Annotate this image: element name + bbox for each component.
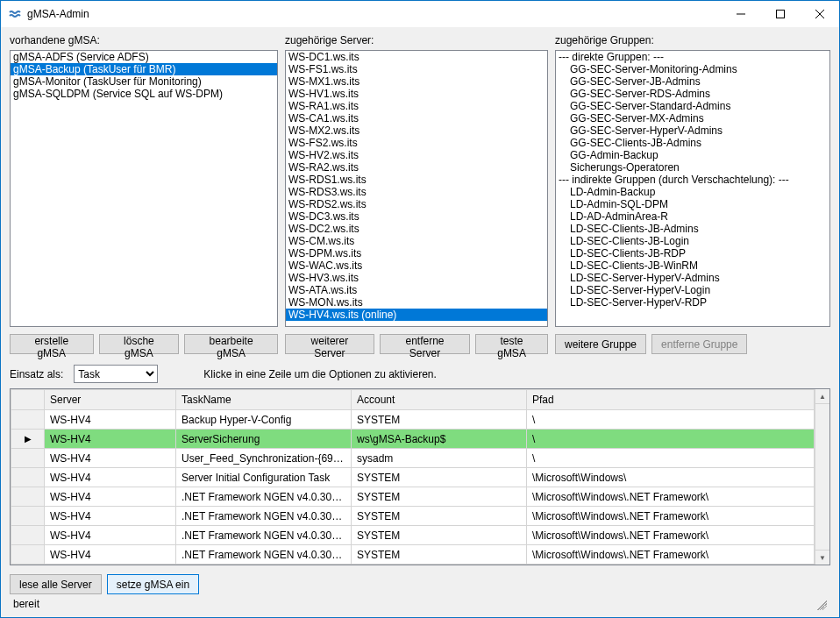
server-list-item[interactable]: WS-MX1.ws.its — [286, 75, 547, 88]
table-row[interactable]: WS-HV4.NET Framework NGEN v4.0.30319 C..… — [11, 545, 815, 565]
cell-task[interactable]: User_Feed_Synchronization-{69471FA... — [176, 449, 352, 468]
group-list-item[interactable]: LD-SEC-Clients-JB-Login — [556, 235, 829, 247]
group-list-item[interactable]: LD-SEC-Server-HyperV-Admins — [556, 272, 829, 284]
group-list-item[interactable]: GG-SEC-Server-Monitoring-Admins — [556, 63, 829, 75]
create-gmsa-button[interactable]: erstelle gMSA — [10, 334, 94, 354]
cell-path[interactable]: \ — [527, 430, 815, 449]
row-marker[interactable] — [11, 545, 45, 565]
table-row[interactable]: WS-HV4Server Initial Configuration TaskS… — [11, 468, 815, 487]
table-row[interactable]: WS-HV4.NET Framework NGEN v4.0.30319 64S… — [11, 507, 815, 526]
server-list-item[interactable]: WS-RDS3.ws.its — [286, 186, 547, 198]
cell-server[interactable]: WS-HV4 — [45, 449, 176, 468]
close-button[interactable] — [800, 1, 839, 27]
server-list-item[interactable]: WS-DPM.ws.its — [286, 247, 547, 259]
table-row[interactable]: ▶WS-HV4ServerSicherungws\gMSA-Backup$\ — [11, 430, 815, 449]
task-grid[interactable]: Server TaskName Account Pfad WS-HV4Backu… — [10, 388, 830, 565]
group-list-item[interactable]: GG-SEC-Server-JB-Admins — [556, 75, 829, 88]
server-list-item[interactable]: WS-HV1.ws.its — [286, 88, 547, 100]
server-list-item[interactable]: WS-DC1.ws.its — [286, 51, 547, 63]
col-path[interactable]: Pfad — [527, 390, 815, 410]
table-row[interactable]: WS-HV4Backup Hyper-V-ConfigSYSTEM\ — [11, 410, 815, 430]
scroll-up-icon[interactable]: ▲ — [815, 389, 829, 404]
group-list-item[interactable]: LD-SEC-Clients-JB-Admins — [556, 223, 829, 235]
group-list-item[interactable]: LD-SEC-Server-HyperV-RDP — [556, 296, 829, 309]
row-marker[interactable] — [11, 526, 45, 545]
col-server[interactable]: Server — [45, 390, 176, 410]
server-list-item[interactable]: WS-FS1.ws.its — [286, 63, 547, 75]
gmsa-list-item[interactable]: gMSA-ADFS (Service ADFS) — [11, 51, 277, 63]
cell-task[interactable]: .NET Framework NGEN v4.0.30319 6... — [176, 526, 352, 545]
cell-server[interactable]: WS-HV4 — [45, 507, 176, 526]
cell-path[interactable]: \Microsoft\Windows\.NET Framework\ — [527, 487, 815, 507]
group-list-item[interactable]: --- direkte Gruppen: --- — [556, 51, 829, 63]
cell-task[interactable]: .NET Framework NGEN v4.0.30319 C... — [176, 545, 352, 565]
server-list-item[interactable]: WS-RA2.ws.its — [286, 161, 547, 174]
group-list-item[interactable]: LD-Admin-Backup — [556, 186, 829, 198]
server-listbox[interactable]: WS-DC1.ws.itsWS-FS1.ws.itsWS-MX1.ws.itsW… — [285, 50, 548, 327]
minimize-button[interactable] — [721, 1, 760, 27]
cell-server[interactable]: WS-HV4 — [45, 487, 176, 507]
group-list-item[interactable]: LD-AD-AdminArea-R — [556, 210, 829, 223]
group-list-item[interactable]: --- indirekte Gruppen (durch Verschachte… — [556, 174, 829, 186]
server-list-item[interactable]: WS-ATA.ws.its — [286, 284, 547, 296]
maximize-button[interactable] — [760, 1, 800, 27]
server-list-item[interactable]: WS-MON.ws.its — [286, 296, 547, 309]
group-list-item[interactable]: GG-Admin-Backup — [556, 149, 829, 161]
server-list-item[interactable]: WS-HV3.ws.its — [286, 272, 547, 284]
row-marker[interactable] — [11, 410, 45, 430]
table-row[interactable]: WS-HV4.NET Framework NGEN v4.0.30319 6..… — [11, 526, 815, 545]
server-list-item[interactable]: WS-RA1.ws.its — [286, 100, 547, 112]
cell-server[interactable]: WS-HV4 — [45, 526, 176, 545]
resize-grip-icon[interactable] — [815, 598, 827, 610]
cell-server[interactable]: WS-HV4 — [45, 468, 176, 487]
test-gmsa-button[interactable]: teste gMSA — [475, 334, 548, 354]
cell-account[interactable]: sysadm — [352, 449, 527, 468]
cell-path[interactable]: \Microsoft\Windows\ — [527, 468, 815, 487]
group-list-item[interactable]: GG-SEC-Clients-JB-Admins — [556, 137, 829, 149]
group-list-item[interactable]: Sicherungs-Operatoren — [556, 161, 829, 174]
remove-server-button[interactable]: entferne Server — [380, 334, 470, 354]
server-list-item[interactable]: WS-HV4.ws.its (online) — [286, 309, 547, 321]
gmsa-list-item[interactable]: gMSA-Monitor (TaskUser für Monitoring) — [11, 75, 277, 88]
cell-path[interactable]: \Microsoft\Windows\.NET Framework\ — [527, 507, 815, 526]
row-marker[interactable] — [11, 449, 45, 468]
server-list-item[interactable]: WS-RDS1.ws.its — [286, 174, 547, 186]
row-marker[interactable] — [11, 468, 45, 487]
add-server-button[interactable]: weiterer Server — [285, 334, 374, 354]
server-list-item[interactable]: WS-DC2.ws.its — [286, 223, 547, 235]
server-list-item[interactable]: WS-FS2.ws.its — [286, 137, 547, 149]
col-account[interactable]: Account — [352, 390, 527, 410]
server-list-item[interactable]: WS-CA1.ws.its — [286, 112, 547, 124]
grid-scrollbar[interactable]: ▲ ▼ — [815, 389, 829, 565]
cell-account[interactable]: SYSTEM — [352, 487, 527, 507]
cell-task[interactable]: Server Initial Configuration Task — [176, 468, 352, 487]
einsatz-select[interactable]: Task — [74, 365, 158, 383]
cell-account[interactable]: SYSTEM — [352, 468, 527, 487]
row-marker[interactable]: ▶ — [11, 430, 45, 449]
gmsa-listbox[interactable]: gMSA-ADFS (Service ADFS)gMSA-Backup (Tas… — [10, 50, 278, 327]
cell-path[interactable]: \ — [527, 449, 815, 468]
server-list-item[interactable]: WS-HV2.ws.its — [286, 149, 547, 161]
group-list-item[interactable]: GG-SEC-Server-MX-Admins — [556, 112, 829, 124]
delete-gmsa-button[interactable]: lösche gMSA — [99, 334, 180, 354]
group-list-item[interactable]: LD-SEC-Clients-JB-RDP — [556, 247, 829, 259]
server-list-item[interactable]: WS-RDS2.ws.its — [286, 198, 547, 210]
group-list-item[interactable]: LD-Admin-SQL-DPM — [556, 198, 829, 210]
cell-task[interactable]: Backup Hyper-V-Config — [176, 410, 352, 430]
cell-task[interactable]: .NET Framework NGEN v4.0.30319 64 — [176, 507, 352, 526]
scroll-down-icon[interactable]: ▼ — [815, 550, 829, 565]
server-list-item[interactable]: WS-DC3.ws.its — [286, 210, 547, 223]
group-list-item[interactable]: LD-SEC-Clients-JB-WinRM — [556, 259, 829, 272]
server-list-item[interactable]: WS-WAC.ws.its — [286, 259, 547, 272]
gmsa-list-item[interactable]: gMSA-Backup (TaskUser für BMR) — [11, 63, 277, 75]
cell-server[interactable]: WS-HV4 — [45, 545, 176, 565]
edit-gmsa-button[interactable]: bearbeite gMSA — [184, 334, 278, 354]
cell-server[interactable]: WS-HV4 — [45, 410, 176, 430]
gmsa-list-item[interactable]: gMSA-SQLDPM (Service SQL auf WS-DPM) — [11, 88, 277, 100]
cell-account[interactable]: SYSTEM — [352, 507, 527, 526]
add-group-button[interactable]: weitere Gruppe — [555, 334, 646, 354]
row-marker[interactable] — [11, 487, 45, 507]
read-all-servers-button[interactable]: lese alle Server — [10, 574, 102, 594]
cell-account[interactable]: SYSTEM — [352, 526, 527, 545]
task-table[interactable]: Server TaskName Account Pfad WS-HV4Backu… — [11, 389, 815, 565]
